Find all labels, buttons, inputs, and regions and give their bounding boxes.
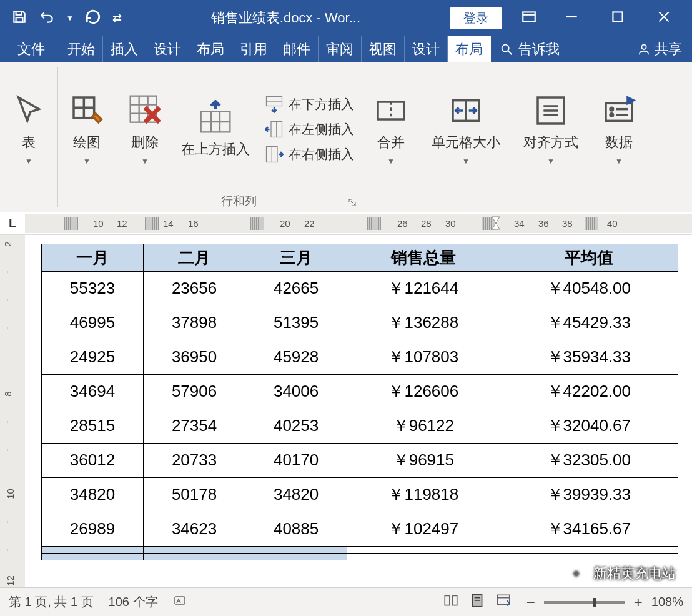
redo-icon[interactable] (85, 9, 101, 27)
tab-layout[interactable]: 布局 (189, 36, 232, 62)
share-button[interactable]: 共享 (637, 40, 682, 59)
print-layout-icon[interactable] (469, 592, 485, 612)
table-cell[interactable]: 34006 (245, 374, 347, 409)
insert-above-button[interactable]: 在上方插入 (174, 82, 257, 176)
column-marker[interactable] (367, 217, 381, 230)
table-cell[interactable]: 36012 (42, 443, 144, 477)
table-cell[interactable]: 34694 (42, 374, 144, 409)
table-cell[interactable]: 34623 (144, 512, 245, 546)
spell-check-icon[interactable] (173, 593, 188, 611)
table-cell[interactable]: ￥45429.33 (500, 306, 678, 340)
page-count[interactable]: 第 1 页, 共 1 页 (9, 594, 94, 610)
table-cell[interactable]: 51395 (245, 306, 347, 340)
table-row[interactable]: 285152735440253￥96122￥32040.67 (42, 409, 678, 443)
save-icon[interactable] (11, 9, 27, 27)
web-layout-icon[interactable] (495, 592, 512, 612)
indent-marker[interactable] (491, 216, 501, 234)
table-cell[interactable]: 34820 (42, 477, 144, 512)
table-cell[interactable] (500, 546, 678, 553)
insert-right-button[interactable]: 在右侧插入 (261, 144, 358, 165)
column-marker[interactable] (64, 217, 78, 230)
table-cell[interactable]: ￥32040.67 (500, 409, 678, 443)
table-cell[interactable]: 42665 (245, 272, 347, 306)
table-row[interactable]: 249253695045928￥107803￥35934.33 (42, 340, 678, 374)
login-button[interactable]: 登录 (450, 7, 502, 29)
table-cell[interactable] (347, 546, 500, 553)
table-row[interactable]: 469953789851395￥136288￥45429.33 (42, 306, 678, 340)
ribbon-options-icon[interactable] (521, 9, 537, 27)
table-cell[interactable]: ￥121644 (347, 272, 500, 306)
table-cell[interactable] (347, 553, 500, 560)
tab-home[interactable]: 开始 (60, 36, 103, 62)
table-cell[interactable]: 36950 (144, 340, 245, 374)
zoom-level[interactable]: 108% (651, 595, 683, 609)
insert-left-button[interactable]: 在左侧插入 (261, 119, 358, 140)
column-marker[interactable] (145, 217, 159, 230)
zoom-in-button[interactable]: + (634, 594, 643, 611)
table-cell[interactable]: ￥119818 (347, 477, 500, 512)
table-row[interactable]: 360122073340170￥96915￥32305.00 (42, 443, 678, 477)
table-cell[interactable] (500, 553, 678, 560)
table-cell[interactable]: 57906 (144, 374, 245, 409)
document-page[interactable]: 一月二月三月销售总量平均值 553232365642665￥121644￥405… (25, 235, 692, 612)
word-count[interactable]: 106 个字 (109, 594, 158, 610)
tab-table-layout[interactable]: 布局 (448, 36, 491, 62)
table-row[interactable]: 553232365642665￥121644￥40548.00 (42, 272, 678, 306)
close-icon[interactable] (656, 9, 672, 27)
zoom-slider[interactable] (544, 601, 625, 604)
table-cell[interactable]: 20733 (144, 443, 245, 477)
table-header[interactable]: 二月 (144, 244, 245, 272)
table-cell[interactable]: ￥35934.33 (500, 340, 678, 374)
table-cell[interactable]: ￥34165.67 (500, 512, 678, 546)
table-header[interactable]: 一月 (42, 244, 144, 272)
table-cell[interactable]: ￥107803 (347, 340, 500, 374)
table-header[interactable]: 销售总量 (347, 244, 500, 272)
table-cell[interactable]: 23656 (144, 272, 245, 306)
table-cell[interactable] (144, 553, 245, 560)
table-cell[interactable]: 50178 (144, 477, 245, 512)
table-row[interactable]: 269893462340885￥102497￥34165.67 (42, 512, 678, 546)
table-cell[interactable]: ￥39939.33 (500, 477, 678, 512)
table-cell[interactable]: 40885 (245, 512, 347, 546)
qat-customize[interactable]: ⇄ (112, 11, 122, 25)
insert-below-button[interactable]: 在下方插入 (261, 94, 358, 115)
tab-selector[interactable]: L (0, 216, 25, 231)
table-cell[interactable] (245, 546, 347, 553)
tab-design[interactable]: 设计 (146, 36, 189, 62)
table-cell[interactable] (42, 546, 144, 553)
select-table-button[interactable]: 表▼ (4, 82, 54, 176)
tab-table-design[interactable]: 设计 (405, 36, 448, 62)
table-cell[interactable]: ￥96122 (347, 409, 500, 443)
read-mode-icon[interactable] (443, 592, 459, 612)
maximize-icon[interactable] (610, 9, 626, 27)
tab-mail[interactable]: 邮件 (275, 36, 319, 62)
table-cell[interactable]: 28515 (42, 409, 144, 443)
tab-references[interactable]: 引用 (232, 36, 275, 62)
table-row[interactable] (42, 553, 678, 560)
horizontal-ruler[interactable]: 10121416202226283034363840 (25, 214, 692, 233)
minimize-icon[interactable] (563, 9, 580, 27)
undo-icon[interactable] (39, 9, 55, 27)
table-header[interactable]: 三月 (245, 244, 347, 272)
tab-review[interactable]: 审阅 (319, 36, 362, 62)
table-cell[interactable] (245, 553, 347, 560)
draw-button[interactable]: 绘图▼ (62, 82, 112, 176)
table-cell[interactable]: ￥40548.00 (500, 272, 678, 306)
table-row[interactable]: 346945790634006￥126606￥42202.00 (42, 374, 678, 409)
table-cell[interactable] (42, 553, 144, 560)
table-cell[interactable] (144, 546, 245, 553)
table-header[interactable]: 平均值 (500, 244, 678, 272)
tell-me-search[interactable]: 告诉我 (500, 40, 637, 59)
cell-size-button[interactable]: 单元格大小▼ (424, 82, 508, 176)
table-cell[interactable]: ￥126606 (347, 374, 500, 409)
table-cell[interactable]: 37898 (144, 306, 245, 340)
data-button[interactable]: 数据▼ (594, 82, 644, 176)
table-cell[interactable]: 40170 (245, 443, 347, 477)
align-button[interactable]: 对齐方式▼ (516, 82, 586, 176)
table-cell[interactable]: 40253 (245, 409, 347, 443)
tab-file[interactable]: 文件 (10, 36, 60, 62)
table-row[interactable] (42, 546, 678, 553)
table-cell[interactable]: 27354 (144, 409, 245, 443)
tab-insert[interactable]: 插入 (103, 36, 146, 62)
table-cell[interactable]: 34820 (245, 477, 347, 512)
